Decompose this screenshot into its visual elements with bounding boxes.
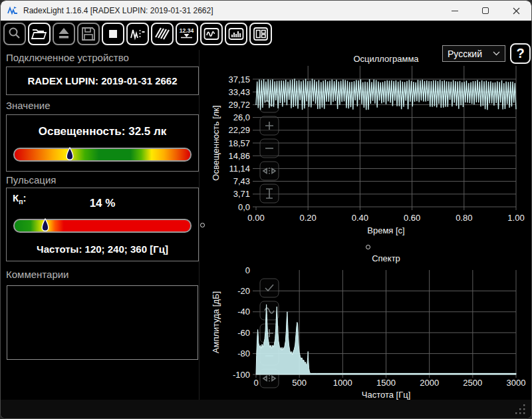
resize-grip[interactable] [515, 404, 526, 415]
zoom-tool-button[interactable] [3, 23, 26, 45]
toolbar: 12.34 Русский ? [1, 21, 531, 50]
measure-signal-button[interactable] [126, 23, 149, 45]
illuminance-marker-icon [66, 147, 74, 162]
window-title: RadexLight 1.16.4 [RADEX LUPIN: 2019-01-… [23, 6, 213, 15]
splitter-handle-charts[interactable] [366, 245, 370, 249]
axis-tick-label: 26,0 [233, 112, 250, 122]
close-button[interactable] [501, 1, 531, 21]
axis-tick-label: 18,57 [228, 138, 250, 148]
axis-tick-label: 3,71 [233, 189, 250, 199]
layout-view-button[interactable] [249, 23, 272, 45]
eject-device-button[interactable] [53, 23, 75, 45]
close-icon [513, 7, 520, 15]
axis-tick-label: -100 [233, 370, 250, 380]
device-box: RADEX LUPIN: 2019-01-31 2662 [6, 67, 199, 95]
device-section-label: Подключенное устройство [6, 52, 129, 63]
open-file-button[interactable] [28, 23, 51, 45]
pulsation-box: Кп: 14 % Частоты: 120; 240; 360 [Гц] [6, 188, 199, 261]
axis-tick-label: 1.00 [507, 213, 524, 223]
axis-tick-label: -20 [237, 286, 250, 296]
comments-textarea[interactable] [7, 285, 198, 360]
spectrum-chart: 0-20-40-60-80-10005001000150020002500300… [207, 252, 526, 401]
stop-button[interactable] [102, 23, 124, 45]
kp-value: 14 % [7, 197, 198, 210]
illuminance-reading: Освещенность: 32.5 лк [7, 125, 198, 138]
axis-tick-label: 2000 [420, 378, 439, 388]
oscillogram-chart: 0,03,717,4311,1414,8618,5722,2926,029,72… [207, 53, 526, 245]
fit-y-button[interactable] [260, 184, 279, 203]
waveform-icon [202, 25, 221, 43]
fit-x-button[interactable] [260, 162, 279, 180]
axis-tick-label: 0.20 [300, 213, 317, 223]
hatch-view-button[interactable] [151, 23, 174, 45]
wave-view-button[interactable] [260, 301, 279, 320]
axis-tick-label: 0 [253, 378, 258, 388]
app-icon [7, 5, 18, 16]
status-bar [1, 400, 531, 418]
stop-icon [104, 25, 122, 43]
zoom-in-button[interactable] [260, 116, 279, 135]
axis-tick-label: 0,0 [238, 202, 250, 212]
diagonal-lines-icon [153, 25, 172, 43]
spectrum-ylabel: Амплитуда [дБ] [211, 291, 221, 353]
axis-tick-label: -60 [237, 328, 250, 338]
oscillogram-title: Осциллограмма [353, 54, 419, 64]
axis-tick-label: 0 [245, 265, 250, 275]
axis-tick-label: 33,43 [228, 87, 250, 97]
spectrum-view-button[interactable] [225, 23, 247, 45]
axis-tick-label: 3000 [507, 378, 526, 388]
axis-tick-label: 0.60 [404, 213, 420, 223]
axis-tick-label: 22,29 [228, 125, 250, 135]
pulsation-section-label: Пульсация [6, 174, 56, 186]
numeric-readout-button[interactable]: 12.34 [176, 23, 198, 45]
axis-tick-label: 0.40 [352, 213, 368, 223]
oscillogram-view-button[interactable] [200, 23, 223, 45]
app-window: RadexLight 1.16.4 [RADEX LUPIN: 2019-01-… [0, 0, 532, 419]
numeric-readout-icon: 12.34 [178, 25, 196, 43]
eject-icon [55, 25, 73, 43]
axis-tick-label: 37,15 [228, 74, 250, 84]
select-check-button[interactable] [260, 279, 279, 297]
minimize-button[interactable] [440, 1, 470, 21]
axis-tick-label: 0.00 [247, 213, 264, 223]
bar-chart-icon [227, 25, 245, 43]
comments-section-label: Комментарии [6, 269, 68, 280]
toolbar-buttons: 12.34 [3, 23, 272, 45]
save-button[interactable] [77, 23, 100, 45]
signal-peaks-icon [128, 25, 147, 43]
svg-text:12.34: 12.34 [180, 27, 194, 34]
spectrum-xlabel: Частота [Гц] [362, 390, 411, 400]
oscillogram-trace [256, 78, 516, 110]
value-section-label: Значение [6, 100, 51, 111]
maximize-icon [482, 7, 489, 14]
pulsation-scale-bar [13, 219, 192, 233]
device-name: RADEX LUPIN: 2019-01-31 2662 [7, 75, 198, 86]
maximize-button[interactable] [470, 1, 501, 21]
frequencies-text: Частоты: 120; 240; 360 [Гц] [7, 243, 198, 255]
axis-tick-label: 1500 [376, 378, 396, 388]
magnifier-icon [5, 25, 24, 43]
pulsation-marker-icon [41, 218, 49, 233]
axis-tick-label: 7,43 [233, 176, 250, 186]
oscillogram-ylabel: Освещенность [лк] [211, 105, 221, 180]
floppy-icon [79, 25, 98, 43]
illuminance-scale-bar [13, 148, 192, 162]
axis-tick-label: -40 [237, 307, 250, 317]
open-folder-icon [30, 25, 49, 43]
axis-tick-label: 14,86 [228, 151, 250, 161]
axis-tick-label: 29,72 [228, 100, 250, 110]
oscillogram-xlabel: Время [с] [367, 225, 404, 235]
axis-tick-label: 11,14 [229, 164, 250, 174]
axis-tick-label: 1000 [333, 378, 352, 388]
axis-tick-label: 2500 [463, 378, 482, 388]
zoom-out-button[interactable] [260, 139, 279, 158]
spectrum-title: Спектр [372, 253, 400, 263]
axis-tick-label: 500 [292, 378, 307, 388]
value-box: Освещенность: 32.5 лк [6, 114, 199, 172]
panel-divider [199, 50, 200, 401]
panels-icon [251, 25, 270, 43]
axis-tick-label: 0.80 [456, 213, 472, 223]
title-bar: RadexLight 1.16.4 [RADEX LUPIN: 2019-01-… [1, 1, 531, 21]
splitter-handle-left[interactable] [200, 223, 205, 227]
minimize-icon [452, 11, 458, 11]
